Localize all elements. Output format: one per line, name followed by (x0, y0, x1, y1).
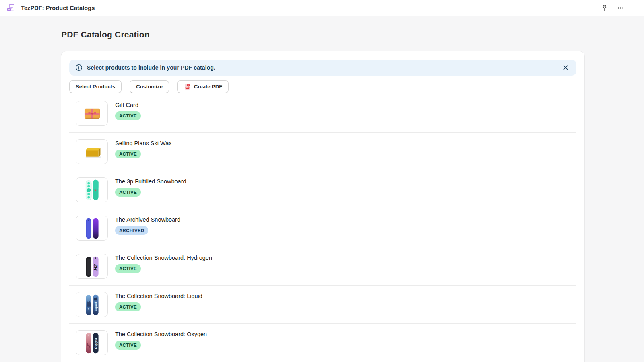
product-thumbnail (76, 177, 108, 202)
select-products-button[interactable]: Select Products (69, 80, 122, 93)
product-row: Selling Plans Ski Wax ACTIVE (69, 132, 576, 171)
product-title: Gift Card (115, 101, 141, 109)
product-row-info: The 3p Fulfilled Snowboard ACTIVE (115, 177, 186, 197)
product-row-info: Selling Plans Ski Wax ACTIVE (115, 139, 172, 158)
product-row: liquid The Collection Snowboard: Liquid … (69, 285, 576, 323)
main-content: PDF Catalog Creation Select products to … (0, 30, 644, 362)
status-badge: ACTIVE (115, 111, 141, 120)
product-row: Oxygen The Collection Snowboard: Oxygen … (69, 323, 576, 362)
topbar: TezPDF: Product Catalogs (0, 0, 644, 16)
product-thumbnail (76, 139, 108, 164)
status-badge: ACTIVE (115, 302, 141, 311)
product-row: The Archived Snowboard ARCHIVED (69, 209, 576, 247)
product-title: The Archived Snowboard (115, 216, 180, 224)
status-badge: ARCHIVED (115, 226, 148, 235)
product-list: Gift Card ACTIVE Selling Plans Ski Wax A… (69, 95, 576, 362)
svg-text:Oxygen: Oxygen (94, 338, 98, 349)
product-row-info: The Collection Snowboard: Liquid ACTIVE (115, 292, 202, 311)
app-title: TezPDF: Product Catalogs (21, 5, 95, 11)
product-title: The Collection Snowboard: Hydrogen (115, 254, 212, 262)
status-badge: ACTIVE (115, 264, 141, 273)
product-row-info: The Archived Snowboard ARCHIVED (115, 216, 180, 235)
svg-text:liquid: liquid (94, 302, 98, 311)
pdf-file-icon: PDF (184, 83, 191, 90)
product-row: The 3p Fulfilled Snowboard ACTIVE (69, 171, 576, 209)
product-row-info: Gift Card ACTIVE (115, 101, 141, 120)
toolbar: Select Products Customize PDF Create PDF (69, 80, 576, 93)
customize-button[interactable]: Customize (130, 80, 169, 93)
status-badge: ACTIVE (115, 188, 141, 197)
close-icon[interactable] (560, 62, 571, 73)
product-row-info: The Collection Snowboard: Hydrogen ACTIV… (115, 254, 212, 273)
product-thumbnail (76, 101, 108, 126)
svg-text:PDF: PDF (186, 87, 189, 89)
product-thumbnail: liquid (76, 292, 108, 317)
app-logo-icon (6, 4, 15, 12)
info-icon (75, 64, 83, 72)
page-title: PDF Catalog Creation (61, 30, 644, 39)
status-badge: ACTIVE (115, 150, 141, 158)
create-pdf-button[interactable]: PDF Create PDF (177, 80, 229, 93)
catalog-card: Select products to include in your PDF c… (61, 51, 584, 362)
product-title: The Collection Snowboard: Oxygen (115, 330, 207, 338)
product-title: Selling Plans Ski Wax (115, 139, 172, 147)
topbar-left: TezPDF: Product Catalogs (6, 4, 95, 12)
pin-icon[interactable] (599, 2, 610, 14)
product-thumbnail (76, 216, 108, 241)
topbar-right (599, 2, 638, 14)
svg-text:H2: H2 (93, 264, 99, 271)
product-title: The 3p Fulfilled Snowboard (115, 177, 186, 185)
banner-message: Select products to include in your PDF c… (87, 64, 215, 71)
product-row-info: The Collection Snowboard: Oxygen ACTIVE (115, 330, 207, 350)
create-pdf-label: Create PDF (194, 84, 222, 90)
status-badge: ACTIVE (115, 341, 141, 350)
product-title: The Collection Snowboard: Liquid (115, 292, 202, 300)
product-thumbnail: H2 (76, 254, 108, 279)
ellipsis-icon[interactable] (615, 2, 626, 14)
info-banner: Select products to include in your PDF c… (69, 60, 576, 76)
product-thumbnail: Oxygen (76, 330, 108, 355)
product-row: H2 The Collection Snowboard: Hydrogen AC… (69, 247, 576, 285)
product-row: Gift Card ACTIVE (69, 95, 576, 132)
